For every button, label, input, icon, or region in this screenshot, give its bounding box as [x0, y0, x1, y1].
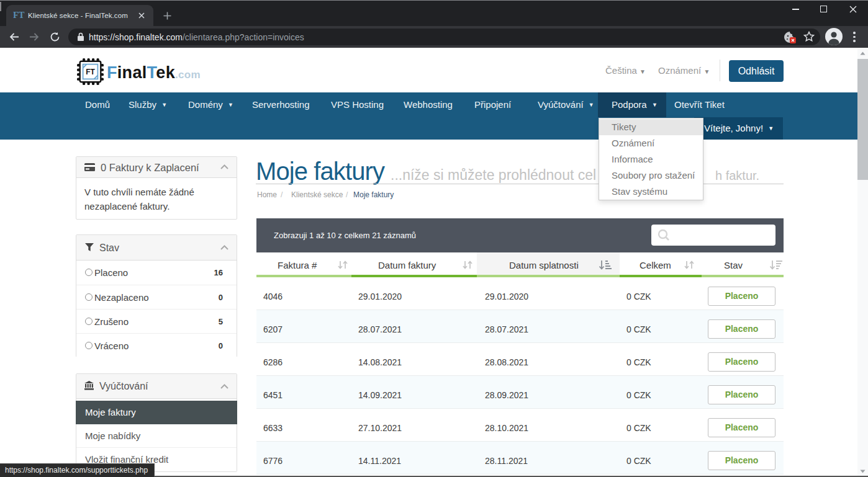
svg-text:FT: FT — [86, 68, 95, 76]
